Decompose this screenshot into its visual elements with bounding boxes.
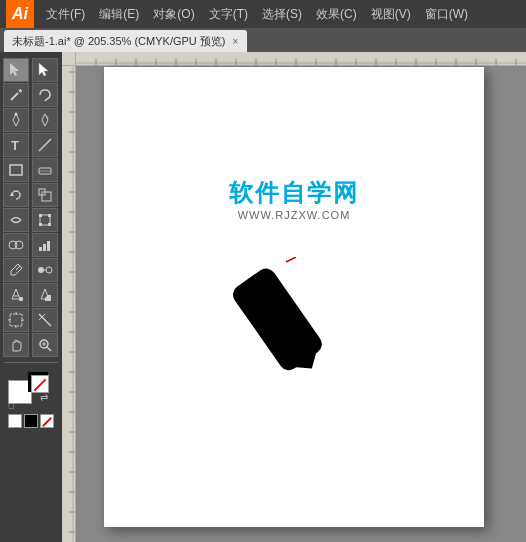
stroke-swatch[interactable] [28,372,48,392]
ruler-corner [62,52,76,66]
svg-point-5 [14,113,17,116]
zoom-tool[interactable] [32,333,58,357]
live-paint-selection-tool[interactable] [32,283,58,307]
svg-marker-31 [45,295,51,301]
none-swatch-indicator [31,375,49,393]
fill-stroke-container: ⇄ ◻ [8,372,48,410]
type-tool[interactable]: T [3,133,29,157]
swap-colors-icon[interactable]: ⇄ [40,392,48,403]
color-area: ⇄ ◻ [0,366,62,432]
svg-text:+: + [46,114,50,120]
artboard: 软件自学网 WWW.RJZXW.COM [104,67,484,527]
color-swatch-white[interactable] [8,414,22,428]
title-bar: Ai 文件(F) 编辑(E) 对象(O) 文字(T) 选择(S) 效果(C) 视… [0,0,526,28]
svg-rect-24 [47,241,50,251]
svg-rect-17 [48,214,51,217]
svg-line-2 [11,93,18,100]
menu-select[interactable]: 选择(S) [256,0,308,28]
main-area: + T [0,52,526,542]
app-logo: Ai [6,0,34,28]
svg-rect-14 [42,192,51,201]
marker-shape [224,257,344,400]
color-swatch-black[interactable] [24,414,38,428]
menu-window[interactable]: 窗口(W) [419,0,474,28]
magic-wand-tool[interactable] [3,83,29,107]
slice-tool[interactable] [32,308,58,332]
watermark-url: WWW.RJZXW.COM [229,209,359,221]
lasso-tool[interactable] [32,83,58,107]
svg-line-94 [286,257,296,262]
svg-line-37 [39,314,51,326]
toolbar: + T [0,52,62,542]
menu-bar: 文件(F) 编辑(E) 对象(O) 文字(T) 选择(S) 效果(C) 视图(V… [40,0,474,28]
svg-rect-23 [43,244,46,251]
ruler-left [62,52,76,542]
chart-tool[interactable] [32,233,58,257]
ruler-top [76,52,526,66]
default-colors-icon[interactable]: ◻ [8,401,15,410]
selection-tool[interactable] [3,58,29,82]
svg-marker-0 [10,63,19,76]
free-transform-tool[interactable] [32,208,58,232]
svg-line-25 [16,266,20,270]
menu-edit[interactable]: 编辑(E) [93,0,145,28]
tab-close-button[interactable]: × [232,36,240,47]
svg-rect-18 [39,223,42,226]
warp-tool[interactable] [3,208,29,232]
watermark: 软件自学网 WWW.RJZXW.COM [229,177,359,221]
svg-marker-1 [39,63,48,76]
color-swatch-none[interactable] [40,414,54,428]
menu-object[interactable]: 对象(O) [147,0,200,28]
svg-rect-9 [10,165,22,175]
canvas-area[interactable]: 软件自学网 WWW.RJZXW.COM [62,52,526,542]
rectangle-tool[interactable] [3,158,29,182]
blend-tool[interactable] [32,258,58,282]
menu-text[interactable]: 文字(T) [203,0,254,28]
svg-point-26 [38,267,44,273]
svg-rect-32 [10,314,22,326]
shape-builder-tool[interactable] [3,233,29,257]
svg-rect-22 [39,247,42,251]
svg-rect-16 [39,214,42,217]
menu-effect[interactable]: 效果(C) [310,0,363,28]
svg-point-27 [46,267,52,273]
add-anchor-tool[interactable]: + [32,108,58,132]
direct-selection-tool[interactable] [32,58,58,82]
svg-point-21 [15,241,23,249]
document-tab[interactable]: 未标题-1.ai* @ 205.35% (CMYK/GPU 预览) × [4,30,247,52]
svg-rect-19 [48,223,51,226]
line-tool[interactable] [32,133,58,157]
menu-view[interactable]: 视图(V) [365,0,417,28]
tool-divider [4,362,58,363]
tab-label: 未标题-1.ai* @ 205.35% (CMYK/GPU 预览) [12,34,226,49]
eraser-tool[interactable] [32,158,58,182]
pen-tool[interactable] [3,108,29,132]
svg-line-40 [47,347,51,351]
artboard-tool[interactable] [3,308,29,332]
tab-bar: 未标题-1.ai* @ 205.35% (CMYK/GPU 预览) × [0,28,526,52]
menu-file[interactable]: 文件(F) [40,0,91,28]
svg-text:T: T [11,138,19,153]
eyedropper-tool[interactable] [3,258,29,282]
svg-rect-30 [19,297,23,301]
watermark-title: 软件自学网 [229,177,359,209]
tools-grid: + T [1,56,62,359]
hand-tool[interactable] [3,333,29,357]
scale-tool[interactable] [32,183,58,207]
live-paint-bucket-tool[interactable] [3,283,29,307]
color-swatches-row [4,414,54,428]
rotate-tool[interactable] [3,183,29,207]
svg-line-8 [39,139,51,151]
